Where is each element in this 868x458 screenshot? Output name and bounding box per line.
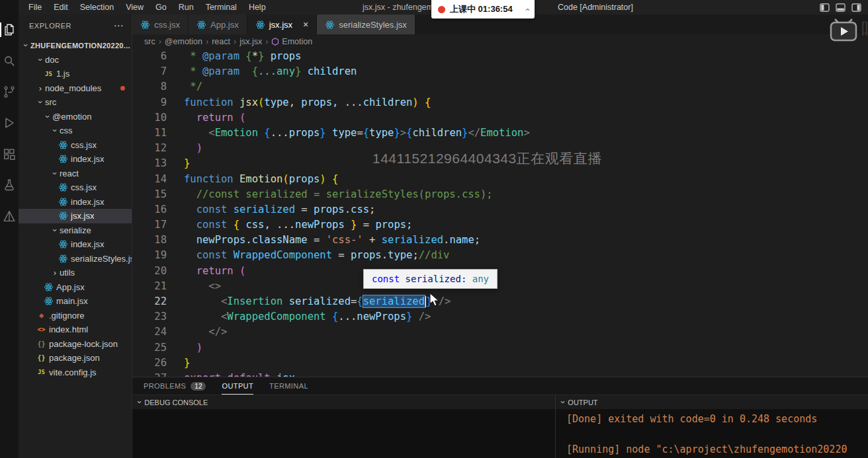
line-number[interactable]: 21 <box>132 279 167 294</box>
code-line[interactable]: 16 const serialized = props.css; <box>132 202 868 217</box>
line-number[interactable]: 14 <box>132 172 167 187</box>
debug-console-body[interactable] <box>132 409 555 458</box>
tree-file-index.html[interactable]: <>index.html <box>19 323 132 337</box>
menu-item-go[interactable]: Go <box>150 0 173 15</box>
code-area[interactable]: 6 * @param {*} props7 * @param {...any} … <box>132 49 868 377</box>
class-timer-notification[interactable]: 上课中 01:36:54 <box>431 0 535 19</box>
code-line[interactable]: 21 <> <box>132 279 868 294</box>
line-number[interactable]: 26 <box>132 356 167 371</box>
code-line[interactable]: 7 * @param {...any} children <box>132 64 868 79</box>
line-number[interactable]: 11 <box>132 126 167 141</box>
output-body[interactable]: [Done] exited with code=0 in 0.248 secon… <box>556 409 868 458</box>
tree-folder-serialize[interactable]: serialize <box>19 223 132 238</box>
line-number[interactable]: 16 <box>132 202 167 217</box>
breadcrumb-item-emotion[interactable]: Emotion <box>271 37 312 46</box>
line-number[interactable]: 12 <box>132 141 167 156</box>
tab-serializestyles.jsx[interactable]: serializeStyles.jsx <box>317 15 415 34</box>
tree-file-package-lock.json[interactable]: {}package-lock.json <box>19 337 132 352</box>
line-number[interactable]: 8 <box>132 79 167 95</box>
line-number[interactable]: 25 <box>132 340 167 356</box>
menu-item-edit[interactable]: Edit <box>48 0 74 15</box>
tab-jsx.jsx[interactable]: jsx.jsx× <box>247 15 318 34</box>
tree-folder-doc[interactable]: doc <box>19 53 132 67</box>
menu-item-terminal[interactable]: Terminal <box>200 0 243 15</box>
code-line[interactable]: 23 <WrappedComponent {...newProps} /> <box>132 309 868 324</box>
line-number[interactable]: 6 <box>132 49 167 64</box>
tree-file-index.jsx[interactable]: index.jsx <box>19 237 132 252</box>
code-line[interactable]: 22 <Insertion serialized={serialized} /> <box>132 294 868 309</box>
highlighted-word[interactable]: serialized <box>363 295 425 307</box>
tree-file-package.json[interactable]: {}package.json <box>19 351 132 365</box>
tree-folder-react[interactable]: react <box>19 167 132 181</box>
breadcrumb-item-src[interactable]: src <box>144 37 155 46</box>
code-line[interactable]: 24 </> <box>132 324 868 340</box>
line-number[interactable]: 18 <box>132 233 167 248</box>
breadcrumb-item-@emotion[interactable]: @emotion <box>165 37 202 46</box>
code-line[interactable]: 26} <box>132 356 868 371</box>
code-line[interactable]: 15 //const serialized = serializeStyles(… <box>132 187 868 202</box>
code-line[interactable]: 9function jsx(type, props, ...children) … <box>132 95 868 110</box>
line-number[interactable]: 24 <box>132 324 167 340</box>
tree-file-jsx.jsx[interactable]: jsx.jsx <box>19 209 132 223</box>
line-number[interactable]: 13 <box>132 156 167 171</box>
layout-secondary-icon[interactable] <box>851 3 861 12</box>
more-actions-icon[interactable]: ⋯ <box>114 20 124 32</box>
code-line[interactable]: 10 return ( <box>132 110 868 126</box>
close-icon[interactable]: × <box>303 19 308 30</box>
layout-panel-icon[interactable] <box>836 3 846 12</box>
tree-folder-src[interactable]: src <box>19 95 132 110</box>
tree-file-index.jsx[interactable]: index.jsx <box>19 152 132 167</box>
line-number[interactable]: 27 <box>132 371 167 377</box>
debug-console-header[interactable]: DEBUG CONSOLE <box>132 395 555 409</box>
explorer-icon[interactable] <box>2 22 17 37</box>
tree-file-css.jsx[interactable]: css.jsx <box>19 138 132 153</box>
code-line[interactable]: 17 const { css, ...newProps } = props; <box>132 217 868 233</box>
line-number[interactable]: 7 <box>132 64 167 79</box>
line-number[interactable]: 17 <box>132 217 167 233</box>
line-number[interactable]: 19 <box>132 248 167 263</box>
breadcrumb-item-react[interactable]: react <box>212 37 230 46</box>
tree-file-css.jsx[interactable]: css.jsx <box>19 180 132 195</box>
tree-file-main.jsx[interactable]: main.jsx <box>19 294 132 309</box>
tree-folder-utils[interactable]: utils <box>19 266 132 280</box>
line-number[interactable]: 9 <box>132 95 167 110</box>
references-icon[interactable] <box>2 209 17 223</box>
code-line[interactable]: 6 * @param {*} props <box>132 49 868 64</box>
tree-folder-@emotion[interactable]: @emotion <box>19 110 132 124</box>
extensions-icon[interactable] <box>2 147 17 161</box>
panel-tab-terminal[interactable]: TERMINAL <box>269 377 308 395</box>
code-line[interactable]: 25 ) <box>132 340 868 356</box>
layout-sidebar-icon[interactable] <box>820 3 830 12</box>
tree-file-app.jsx[interactable]: App.jsx <box>19 280 132 295</box>
testing-icon[interactable] <box>2 178 17 192</box>
run-debug-icon[interactable] <box>2 116 17 130</box>
code-line[interactable]: 8 */ <box>132 79 868 95</box>
menu-item-help[interactable]: Help <box>243 0 272 15</box>
output-header[interactable]: OUTPUT <box>556 395 868 409</box>
code-line[interactable]: 14function Emotion(props) { <box>132 172 868 187</box>
tree-file-.gitignore[interactable]: ◆.gitignore <box>19 309 132 323</box>
line-number[interactable]: 15 <box>132 187 167 202</box>
menu-item-run[interactable]: Run <box>173 0 200 15</box>
line-number[interactable]: 23 <box>132 309 167 324</box>
menu-item-view[interactable]: View <box>120 0 150 15</box>
tab-css.jsx[interactable]: css.jsx <box>132 15 189 34</box>
code-line[interactable]: 27export default jsx <box>132 371 868 377</box>
menu-item-file[interactable]: File <box>22 0 48 15</box>
code-line[interactable]: 18 newProps.className = 'css-' + seriali… <box>132 233 868 248</box>
line-number[interactable]: 10 <box>132 110 167 126</box>
menu-item-selection[interactable]: Selection <box>74 0 120 15</box>
tree-folder-node_modules[interactable]: node_modules <box>19 81 132 96</box>
panel-tab-problems[interactable]: PROBLEMS12 <box>144 377 206 395</box>
breadcrumb-item-jsx.jsx[interactable]: jsx.jsx <box>239 37 262 46</box>
tree-file-1.js[interactable]: JS1.js <box>19 67 132 81</box>
source-control-icon[interactable] <box>2 85 17 99</box>
tree-file-vite.config.js[interactable]: JSvite.config.js <box>19 365 132 380</box>
code-line[interactable]: 19 const WrappedComponent = props.type;/… <box>132 248 868 263</box>
tree-folder-zhufengemotion20220...[interactable]: ZHUFENGEMOTION20220... <box>19 38 132 53</box>
tree-file-index.jsx[interactable]: index.jsx <box>19 195 132 210</box>
chevron-up-icon[interactable] <box>525 3 528 15</box>
tree-file-serializestyles.jsx[interactable]: serializeStyles.jsx <box>19 252 132 266</box>
line-number[interactable]: 20 <box>132 264 167 279</box>
line-number[interactable]: 22 <box>132 294 167 309</box>
